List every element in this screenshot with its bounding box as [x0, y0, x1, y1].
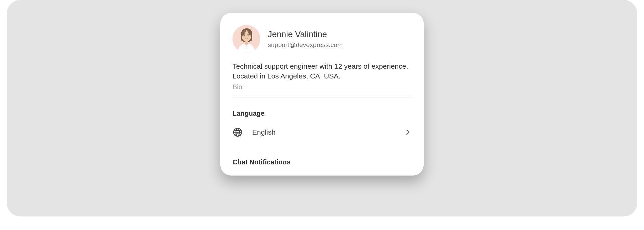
- svg-point-3: [244, 36, 245, 37]
- profile-email: support@devexpress.com: [268, 41, 343, 49]
- page-background: Jennie Valintine support@devexpress.com …: [7, 0, 637, 216]
- svg-point-4: [248, 36, 249, 37]
- avatar-image: [233, 25, 260, 53]
- language-value: English: [252, 128, 404, 136]
- profile-header: Jennie Valintine support@devexpress.com: [233, 25, 411, 53]
- profile-text-block: Jennie Valintine support@devexpress.com: [268, 29, 343, 48]
- globe-icon: [233, 127, 243, 137]
- avatar: [233, 25, 260, 53]
- chat-notifications-section-header: Chat Notifications: [233, 158, 411, 166]
- profile-name: Jennie Valintine: [268, 29, 343, 40]
- divider: [233, 146, 411, 146]
- bio-field[interactable]: Technical support engineer with 12 years…: [233, 62, 411, 91]
- bio-label: Bio: [233, 83, 411, 91]
- chevron-right-icon: [404, 129, 411, 136]
- profile-settings-card: Jennie Valintine support@devexpress.com …: [220, 13, 424, 176]
- bio-text: Technical support engineer with 12 years…: [233, 62, 411, 81]
- divider: [233, 97, 411, 97]
- language-row[interactable]: English: [233, 123, 411, 141]
- language-section-header: Language: [233, 110, 411, 117]
